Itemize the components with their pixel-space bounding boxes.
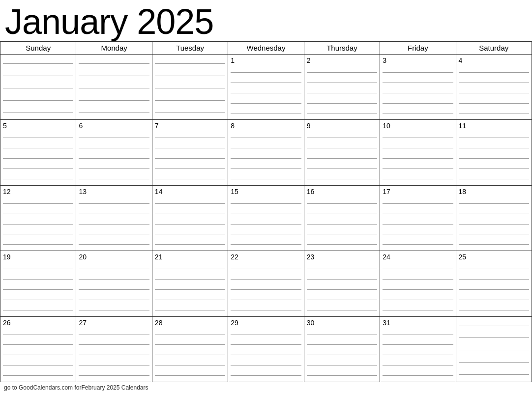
day-header: Tuesday (152, 42, 228, 54)
write-line (383, 113, 453, 113)
day-number: 29 (231, 319, 301, 327)
write-line (231, 289, 301, 290)
day-cell: 20 (76, 251, 152, 316)
write-line (459, 289, 529, 290)
write-line (307, 335, 377, 335)
write-line (231, 234, 301, 234)
write-line (231, 244, 301, 245)
day-cell: 9 (304, 120, 380, 185)
write-line (79, 335, 149, 335)
week-row: 262728293031 (0, 317, 532, 382)
write-line (79, 279, 149, 280)
write-line (459, 337, 529, 338)
write-line (459, 203, 529, 204)
write-line (383, 148, 453, 148)
day-number: 28 (155, 319, 225, 327)
day-number: 2 (307, 56, 377, 64)
write-line (459, 158, 529, 159)
write-line (231, 148, 301, 148)
day-number: 20 (79, 253, 149, 261)
day-number: 31 (383, 319, 453, 327)
write-line (231, 279, 301, 280)
write-line (231, 300, 301, 300)
day-cell: 16 (304, 186, 380, 251)
write-line (307, 355, 377, 355)
day-cell: 10 (380, 120, 456, 185)
write-line (459, 148, 529, 148)
day-lines (459, 66, 529, 118)
write-line (155, 88, 225, 88)
day-cell: 28 (152, 317, 228, 382)
day-number: 8 (231, 122, 301, 130)
write-line (79, 76, 149, 76)
write-line (3, 203, 73, 204)
day-number: 9 (307, 122, 377, 130)
day-lines (459, 263, 529, 315)
day-lines (3, 56, 73, 118)
write-line (155, 269, 225, 269)
write-line (155, 365, 225, 365)
write-line (307, 344, 377, 345)
footer-link[interactable]: February 2025 Calendars (81, 384, 148, 391)
write-line (3, 375, 73, 376)
write-line (383, 168, 453, 169)
write-line (307, 224, 377, 225)
write-line (3, 224, 73, 225)
write-line (307, 138, 377, 138)
write-line (383, 269, 453, 269)
write-line (3, 168, 73, 169)
day-lines (307, 329, 377, 381)
write-line (79, 138, 149, 138)
week-row: 567891011 (0, 120, 532, 185)
write-line (307, 310, 377, 310)
calendar-title: January 2025 (0, 0, 532, 41)
day-header: Sunday (0, 42, 76, 54)
day-lines (3, 263, 73, 315)
day-cell: 18 (456, 186, 532, 251)
day-number: 5 (3, 122, 73, 130)
write-line (307, 83, 377, 83)
write-line (383, 310, 453, 310)
write-line (383, 93, 453, 93)
day-number: 7 (155, 122, 225, 130)
write-line (155, 310, 225, 310)
write-line (3, 289, 73, 290)
day-number: 13 (79, 188, 149, 196)
write-line (231, 138, 301, 138)
write-line (79, 214, 149, 214)
write-line (155, 355, 225, 355)
day-number: 1 (231, 56, 301, 64)
write-line (79, 179, 149, 179)
calendar-grid: SundayMondayTuesdayWednesdayThursdayFrid… (0, 41, 532, 382)
write-line (3, 300, 73, 300)
day-number: 3 (383, 56, 453, 64)
write-line (155, 234, 225, 234)
write-line (3, 214, 73, 214)
day-lines (307, 66, 377, 118)
day-lines (231, 132, 301, 184)
day-lines (3, 132, 73, 184)
write-line (3, 355, 73, 355)
day-number: 14 (155, 188, 225, 196)
write-line (155, 224, 225, 225)
write-line (459, 234, 529, 234)
write-line (231, 365, 301, 365)
write-line (231, 83, 301, 83)
day-lines (155, 132, 225, 184)
write-line (79, 158, 149, 159)
day-lines (459, 197, 529, 250)
write-line (231, 203, 301, 204)
write-line (3, 269, 73, 269)
write-line (155, 214, 225, 214)
write-line (3, 63, 73, 64)
write-line (79, 168, 149, 169)
write-line (231, 310, 301, 310)
day-lines (383, 329, 453, 381)
day-lines (307, 263, 377, 315)
day-number: 10 (383, 122, 453, 130)
write-line (79, 224, 149, 225)
write-line (459, 113, 529, 113)
write-line (307, 214, 377, 214)
write-line (231, 355, 301, 355)
day-lines (3, 197, 73, 250)
